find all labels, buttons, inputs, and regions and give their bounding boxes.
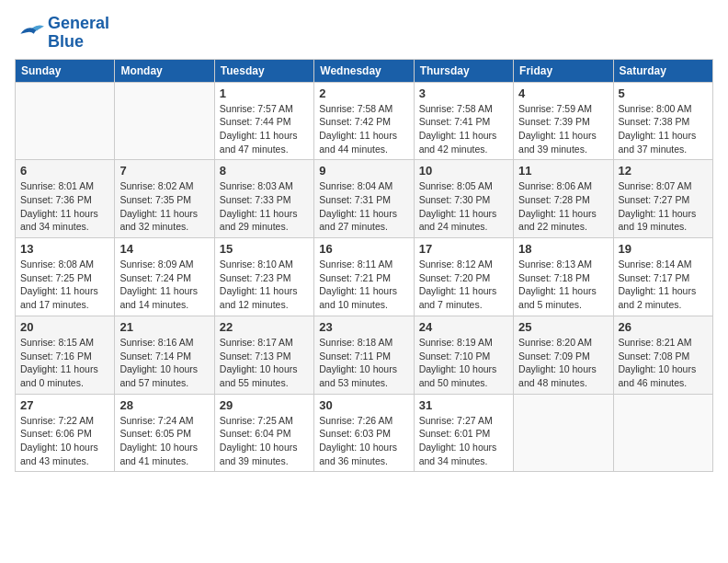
day-info: Sunrise: 7:58 AM Sunset: 7:41 PM Dayligh… (419, 102, 508, 156)
calendar-cell (613, 394, 712, 472)
day-info: Sunrise: 7:26 AM Sunset: 6:03 PM Dayligh… (319, 414, 408, 468)
calendar-cell: 17Sunrise: 8:12 AM Sunset: 7:20 PM Dayli… (414, 238, 513, 316)
day-header-friday: Friday (514, 59, 613, 82)
day-header-wednesday: Wednesday (314, 59, 414, 82)
day-info: Sunrise: 8:12 AM Sunset: 7:20 PM Dayligh… (419, 258, 508, 312)
day-header-sunday: Sunday (16, 59, 115, 82)
calendar-cell: 18Sunrise: 8:13 AM Sunset: 7:18 PM Dayli… (514, 238, 613, 316)
day-info: Sunrise: 8:14 AM Sunset: 7:17 PM Dayligh… (619, 258, 708, 312)
calendar-cell: 9Sunrise: 8:04 AM Sunset: 7:31 PM Daylig… (314, 160, 414, 238)
day-number: 20 (20, 320, 109, 334)
day-info: Sunrise: 7:59 AM Sunset: 7:39 PM Dayligh… (518, 102, 608, 156)
calendar-cell: 22Sunrise: 8:17 AM Sunset: 7:13 PM Dayli… (214, 316, 313, 394)
day-info: Sunrise: 8:03 AM Sunset: 7:33 PM Dayligh… (220, 179, 309, 234)
calendar-cell: 21Sunrise: 8:16 AM Sunset: 7:14 PM Dayli… (115, 316, 214, 394)
day-number: 18 (518, 242, 608, 256)
day-info: Sunrise: 8:05 AM Sunset: 7:30 PM Dayligh… (419, 179, 508, 234)
calendar-cell: 27Sunrise: 7:22 AM Sunset: 6:06 PM Dayli… (16, 394, 115, 472)
day-number: 30 (319, 398, 408, 412)
day-info: Sunrise: 8:04 AM Sunset: 7:31 PM Dayligh… (319, 179, 408, 234)
calendar-cell: 25Sunrise: 8:20 AM Sunset: 7:09 PM Dayli… (514, 316, 613, 394)
day-number: 12 (619, 164, 708, 178)
calendar-cell: 31Sunrise: 7:27 AM Sunset: 6:01 PM Dayli… (414, 394, 513, 472)
calendar-cell: 7Sunrise: 8:02 AM Sunset: 7:35 PM Daylig… (115, 160, 214, 238)
calendar-cell (16, 82, 115, 160)
calendar-cell: 24Sunrise: 8:19 AM Sunset: 7:10 PM Dayli… (414, 316, 513, 394)
day-number: 26 (619, 320, 708, 334)
day-info: Sunrise: 7:24 AM Sunset: 6:05 PM Dayligh… (119, 414, 209, 468)
day-info: Sunrise: 8:02 AM Sunset: 7:35 PM Dayligh… (119, 179, 209, 234)
day-number: 29 (220, 398, 309, 412)
day-number: 6 (20, 164, 109, 178)
day-number: 4 (518, 86, 608, 100)
calendar-cell: 11Sunrise: 8:06 AM Sunset: 7:28 PM Dayli… (514, 160, 613, 238)
day-number: 14 (119, 242, 209, 256)
day-info: Sunrise: 8:08 AM Sunset: 7:25 PM Dayligh… (20, 258, 109, 312)
calendar-cell: 23Sunrise: 8:18 AM Sunset: 7:11 PM Dayli… (314, 316, 414, 394)
day-info: Sunrise: 8:00 AM Sunset: 7:38 PM Dayligh… (619, 102, 708, 156)
day-number: 15 (220, 242, 309, 256)
day-info: Sunrise: 8:10 AM Sunset: 7:23 PM Dayligh… (220, 258, 309, 312)
day-info: Sunrise: 8:20 AM Sunset: 7:09 PM Dayligh… (518, 336, 608, 390)
day-info: Sunrise: 7:58 AM Sunset: 7:42 PM Dayligh… (319, 102, 408, 156)
day-info: Sunrise: 8:01 AM Sunset: 7:36 PM Dayligh… (20, 179, 109, 234)
day-info: Sunrise: 7:27 AM Sunset: 6:01 PM Dayligh… (419, 414, 508, 468)
day-info: Sunrise: 8:19 AM Sunset: 7:10 PM Dayligh… (419, 336, 508, 390)
calendar-cell: 12Sunrise: 8:07 AM Sunset: 7:27 PM Dayli… (613, 160, 712, 238)
calendar-cell: 14Sunrise: 8:09 AM Sunset: 7:24 PM Dayli… (115, 238, 214, 316)
day-number: 25 (518, 320, 608, 334)
day-number: 19 (619, 242, 708, 256)
calendar-cell: 26Sunrise: 8:21 AM Sunset: 7:08 PM Dayli… (613, 316, 712, 394)
day-number: 7 (119, 164, 209, 178)
day-info: Sunrise: 7:57 AM Sunset: 7:44 PM Dayligh… (220, 102, 309, 156)
logo-text: General Blue (48, 15, 109, 52)
calendar-cell: 30Sunrise: 7:26 AM Sunset: 6:03 PM Dayli… (314, 394, 414, 472)
day-number: 8 (220, 164, 309, 178)
day-number: 1 (220, 86, 309, 100)
calendar-cell: 28Sunrise: 7:24 AM Sunset: 6:05 PM Dayli… (115, 394, 214, 472)
calendar-week-1: 1Sunrise: 7:57 AM Sunset: 7:44 PM Daylig… (16, 82, 713, 160)
day-number: 21 (119, 320, 209, 334)
calendar-cell: 2Sunrise: 7:58 AM Sunset: 7:42 PM Daylig… (314, 82, 414, 160)
day-number: 9 (319, 164, 408, 178)
day-header-tuesday: Tuesday (214, 59, 313, 82)
calendar-cell: 5Sunrise: 8:00 AM Sunset: 7:38 PM Daylig… (613, 82, 712, 160)
day-info: Sunrise: 8:21 AM Sunset: 7:08 PM Dayligh… (619, 336, 708, 390)
day-number: 28 (119, 398, 209, 412)
day-info: Sunrise: 8:16 AM Sunset: 7:14 PM Dayligh… (119, 336, 209, 390)
logo-bird-icon (15, 20, 44, 46)
calendar-week-5: 27Sunrise: 7:22 AM Sunset: 6:06 PM Dayli… (16, 394, 713, 472)
calendar-cell: 13Sunrise: 8:08 AM Sunset: 7:25 PM Dayli… (16, 238, 115, 316)
day-info: Sunrise: 8:17 AM Sunset: 7:13 PM Dayligh… (220, 336, 309, 390)
day-header-monday: Monday (115, 59, 214, 82)
day-number: 24 (419, 320, 508, 334)
day-info: Sunrise: 8:07 AM Sunset: 7:27 PM Dayligh… (619, 179, 708, 234)
calendar-week-2: 6Sunrise: 8:01 AM Sunset: 7:36 PM Daylig… (16, 160, 713, 238)
day-info: Sunrise: 8:13 AM Sunset: 7:18 PM Dayligh… (518, 258, 608, 312)
calendar-table: SundayMondayTuesdayWednesdayThursdayFrid… (15, 59, 713, 473)
day-number: 17 (419, 242, 508, 256)
day-info: Sunrise: 7:22 AM Sunset: 6:06 PM Dayligh… (20, 414, 109, 468)
calendar-cell: 29Sunrise: 7:25 AM Sunset: 6:04 PM Dayli… (214, 394, 313, 472)
calendar-cell: 1Sunrise: 7:57 AM Sunset: 7:44 PM Daylig… (214, 82, 313, 160)
calendar-week-4: 20Sunrise: 8:15 AM Sunset: 7:16 PM Dayli… (16, 316, 713, 394)
calendar-cell: 6Sunrise: 8:01 AM Sunset: 7:36 PM Daylig… (16, 160, 115, 238)
calendar-cell (514, 394, 613, 472)
day-number: 13 (20, 242, 109, 256)
day-header-saturday: Saturday (613, 59, 712, 82)
day-info: Sunrise: 8:06 AM Sunset: 7:28 PM Dayligh… (518, 179, 608, 234)
day-number: 5 (619, 86, 708, 100)
day-info: Sunrise: 8:11 AM Sunset: 7:21 PM Dayligh… (319, 258, 408, 312)
day-header-thursday: Thursday (414, 59, 513, 82)
calendar-cell: 4Sunrise: 7:59 AM Sunset: 7:39 PM Daylig… (514, 82, 613, 160)
day-number: 27 (20, 398, 109, 412)
day-number: 11 (518, 164, 608, 178)
calendar-cell: 19Sunrise: 8:14 AM Sunset: 7:17 PM Dayli… (613, 238, 712, 316)
day-info: Sunrise: 7:25 AM Sunset: 6:04 PM Dayligh… (220, 414, 309, 468)
calendar-week-3: 13Sunrise: 8:08 AM Sunset: 7:25 PM Dayli… (16, 238, 713, 316)
day-info: Sunrise: 8:15 AM Sunset: 7:16 PM Dayligh… (20, 336, 109, 390)
calendar-cell: 3Sunrise: 7:58 AM Sunset: 7:41 PM Daylig… (414, 82, 513, 160)
calendar-header-row: SundayMondayTuesdayWednesdayThursdayFrid… (16, 59, 713, 82)
day-info: Sunrise: 8:09 AM Sunset: 7:24 PM Dayligh… (119, 258, 209, 312)
day-number: 2 (319, 86, 408, 100)
